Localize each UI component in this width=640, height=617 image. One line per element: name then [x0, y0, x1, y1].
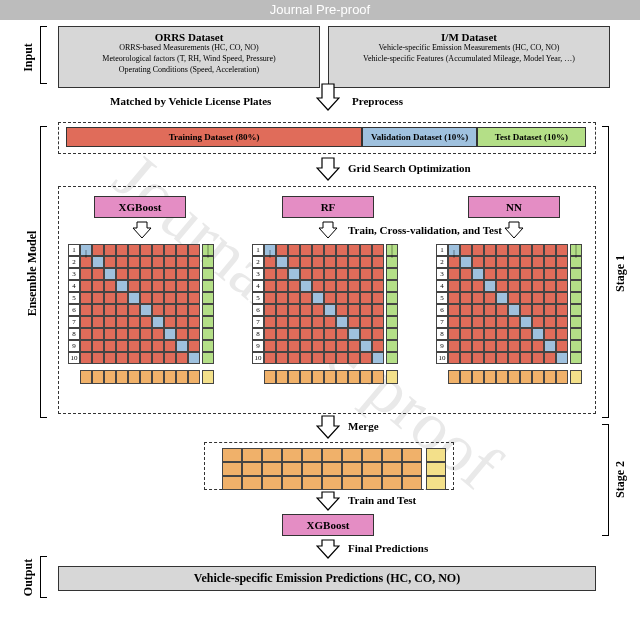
- bracket-ensemble: [40, 126, 47, 418]
- arrow-train: [316, 490, 340, 512]
- label-input: Input: [21, 43, 36, 72]
- card-orrs-l1: ORRS-based Measurements (HC, CO, NO): [65, 43, 313, 54]
- card-im-l1: Vehicle-specific Emission Measurements (…: [335, 43, 603, 54]
- kfold-rf: 12345678910: [252, 244, 398, 384]
- bracket-stage2: [602, 424, 609, 536]
- label-train: Train and Test: [348, 494, 416, 506]
- split-train: Training Dataset (80%): [66, 127, 362, 147]
- split-bar: Training Dataset (80%) Validation Datase…: [66, 127, 586, 147]
- card-im-l2: Vehicle-specific Features (Accumulated M…: [335, 54, 603, 65]
- algo-xgb: XGBoost: [94, 196, 186, 218]
- arrow-down-2: [316, 156, 340, 182]
- arrow-down-1: [316, 82, 340, 112]
- card-orrs-body: ORRS-based Measurements (HC, CO, NO) Met…: [65, 43, 313, 75]
- label-gridsearch: Grid Search Optimization: [348, 162, 471, 174]
- label-final: Final Predictions: [348, 542, 428, 554]
- bracket-stage1: [602, 126, 609, 418]
- label-stage2: Stage 2: [613, 461, 628, 498]
- merged-matrix: [222, 448, 446, 490]
- label-ensemble: Ensemble Model: [25, 231, 40, 317]
- card-orrs-title: ORRS Dataset: [65, 31, 313, 43]
- kfold-xgb: 12345678910: [68, 244, 214, 384]
- label-match: Matched by Vehicle License Plates: [110, 95, 271, 107]
- card-im: I/M Dataset Vehicle-specific Emission Me…: [328, 26, 610, 88]
- arrow-merge: [316, 414, 340, 440]
- bracket-input: [40, 26, 47, 84]
- label-merge: Merge: [348, 420, 379, 432]
- header-bar: Journal Pre-proof: [0, 0, 640, 20]
- card-orrs: ORRS Dataset ORRS-based Measurements (HC…: [58, 26, 320, 88]
- card-orrs-l3: Operating Conditions (Speed, Acceleratio…: [65, 65, 313, 76]
- bracket-output: [40, 556, 47, 598]
- label-tct: Train, Cross-validation, and Test: [348, 224, 502, 236]
- output-bar: Vehicle-specific Emission Predictions (H…: [58, 566, 596, 591]
- label-output: Output: [21, 559, 36, 596]
- card-im-body: Vehicle-specific Emission Measurements (…: [335, 43, 603, 65]
- kfold-nn: 12345678910: [436, 244, 582, 384]
- algo-nn: NN: [468, 196, 560, 218]
- label-stage1: Stage 1: [613, 255, 628, 292]
- arrow-rf: [318, 220, 338, 240]
- arrow-final: [316, 538, 340, 560]
- split-val: Validation Dataset (10%): [362, 127, 476, 147]
- label-preprocess: Preprocess: [352, 95, 403, 107]
- algo-rf: RF: [282, 196, 374, 218]
- split-test: Test Dataset (10%): [477, 127, 586, 147]
- arrow-nn: [504, 220, 524, 240]
- card-orrs-l2: Meteorological factors (T, RH, Wind Spee…: [65, 54, 313, 65]
- algo-xgb2: XGBoost: [282, 514, 374, 536]
- arrow-xgb: [132, 220, 152, 240]
- card-im-title: I/M Dataset: [335, 31, 603, 43]
